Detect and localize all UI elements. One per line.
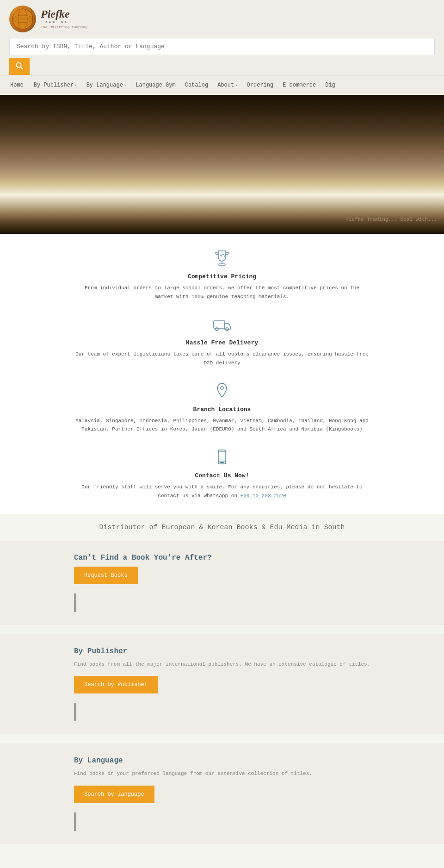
feature-locations: Branch Locations Malaysia, Singapore, In…	[74, 381, 370, 434]
distributor-text: Distributor of European & Korean Books &…	[9, 524, 435, 531]
logo-globe	[9, 6, 36, 32]
chevron-down-icon: ▾	[74, 83, 77, 88]
section-gap-2	[0, 734, 444, 743]
cta-publisher-section: By Publisher Find books from all the maj…	[0, 634, 444, 735]
cta-language-title: By Language	[74, 756, 435, 765]
search-input[interactable]	[9, 38, 435, 55]
svg-line-5	[21, 67, 23, 69]
logo-text-area: Piefke TRADING The Uplifting Company	[41, 8, 87, 30]
svg-rect-7	[219, 264, 225, 265]
feature-title-locations: Branch Locations	[74, 406, 370, 413]
globe-svg	[11, 7, 34, 31]
feature-desc-delivery: Our team of expert logisticians takes ca…	[74, 350, 370, 367]
svg-rect-15	[220, 462, 224, 463]
nav-item-language[interactable]: By Language ▾	[82, 75, 131, 95]
cta-divider-3	[74, 812, 76, 831]
feature-contact: Contact Us Now! Our friendly staff will …	[74, 447, 370, 500]
nav-item-gym[interactable]: Language Gym	[131, 75, 180, 95]
navigation: Home By Publisher ▾ By Language ▾ Langua…	[0, 75, 444, 95]
nav-item-ordering[interactable]: Ordering	[242, 75, 278, 95]
feature-title-delivery: Hassle Free Delivery	[74, 339, 370, 346]
feature-desc-locations: Malaysia, Singapore, Indonesia, Philippi…	[74, 417, 370, 434]
page-footer-space	[0, 844, 444, 862]
logo-trading: TRADING	[41, 19, 87, 25]
nav-item-publisher[interactable]: By Publisher ▾	[29, 75, 82, 95]
nav-item-home[interactable]: Home	[5, 75, 29, 95]
nav-item-about[interactable]: About ▾	[213, 75, 242, 95]
chevron-down-icon-about: ▾	[235, 83, 237, 88]
logo-area: Piefke TRADING The Uplifting Company	[9, 6, 435, 32]
feature-competitive-pricing: Competitive Pricing From individual orde…	[74, 248, 370, 301]
search-icon	[16, 62, 23, 69]
svg-rect-8	[214, 321, 225, 328]
cta-publisher-title: By Publisher	[74, 647, 435, 656]
cta-divider-1	[74, 593, 76, 612]
nav-item-dig[interactable]: Dig	[321, 75, 340, 95]
search-by-language-button[interactable]: Search by language	[74, 786, 154, 803]
hero-watermark: Piefke Trading... Deal with...	[345, 217, 437, 222]
header: Piefke TRADING The Uplifting Company	[0, 0, 444, 75]
distributor-banner: Distributor of European & Korean Books &…	[0, 514, 444, 541]
request-books-button[interactable]: Request Books	[74, 567, 138, 584]
cta-divider-2	[74, 703, 76, 721]
search-button[interactable]	[9, 58, 30, 75]
feature-delivery: Hassle Free Delivery Our team of expert …	[74, 314, 370, 367]
logo-name: Piefke	[41, 8, 87, 19]
hero-background	[0, 95, 444, 234]
nav-item-ecommerce[interactable]: E-commerce	[278, 75, 321, 95]
svg-point-11	[221, 387, 223, 389]
cta-language-section: By Language Find books in your preferred…	[0, 743, 444, 844]
cta-publisher-desc: Find books from all the major internatio…	[74, 660, 435, 669]
feature-desc-contact: Our friendly staff will serve you with a…	[74, 483, 370, 500]
trophy-icon	[212, 248, 233, 269]
feature-desc-pricing: From individual orders to large school o…	[74, 284, 370, 301]
search-by-publisher-button[interactable]: Search by Publisher	[74, 676, 158, 693]
hero-section: Piefke Trading... Deal with...	[0, 95, 444, 234]
section-gap-1	[0, 625, 444, 634]
location-icon	[212, 381, 233, 401]
cta-cant-find-title: Can't Find a Book You're After?	[74, 554, 435, 562]
truck-icon	[212, 314, 233, 335]
nav-item-catalog[interactable]: Catalog	[180, 75, 213, 95]
feature-title-pricing: Competitive Pricing	[74, 273, 370, 280]
cta-cant-find-section: Can't Find a Book You're After? Request …	[0, 541, 444, 625]
chevron-down-icon-lang: ▾	[124, 83, 126, 88]
features-section: Competitive Pricing From individual orde…	[0, 234, 444, 514]
phone-icon	[212, 447, 233, 468]
svg-point-4	[17, 63, 21, 68]
whatsapp-link[interactable]: +60 10 203 2520	[240, 493, 286, 499]
feature-title-contact: Contact Us Now!	[74, 472, 370, 479]
search-container	[9, 38, 435, 75]
logo-tagline: The Uplifting Company	[41, 25, 87, 30]
cta-language-desc: Find books in your preferred language fr…	[74, 769, 435, 778]
